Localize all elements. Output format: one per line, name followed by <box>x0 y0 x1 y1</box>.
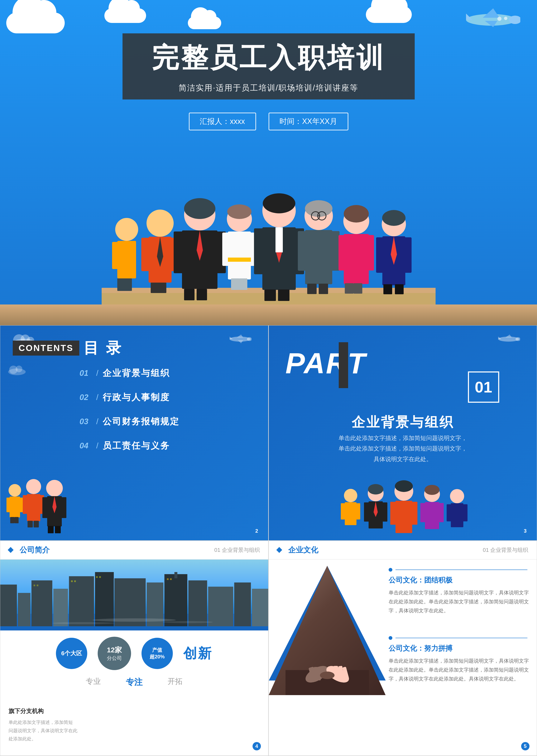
svg-rect-55 <box>331 231 340 271</box>
city-photo <box>0 559 268 630</box>
culture-item-1: 公司文化：团结积极 单击此处添加文字描述，添加简短问题说明文字，具体说明文字在此… <box>389 568 530 615</box>
chuangxin-label: 创新 <box>183 644 213 662</box>
contents-header: CONTENTS 目 录 <box>13 338 123 358</box>
part-subtitle: 企业背景与组织 <box>352 413 454 431</box>
svg-rect-25 <box>174 232 183 273</box>
stat-label-3: 超20% <box>150 653 165 660</box>
svg-rect-64 <box>353 283 362 294</box>
svg-rect-133 <box>0 585 17 626</box>
svg-rect-14 <box>124 279 132 291</box>
stat-num-1: 6个大区 <box>61 649 82 657</box>
svg-rect-53 <box>305 230 332 284</box>
svg-rect-28 <box>197 289 207 300</box>
svg-point-108 <box>344 489 357 502</box>
deco-plane <box>227 333 252 348</box>
cloud-1 <box>6 13 65 33</box>
content-item-2: 02 / 行政与人事制度 <box>79 392 256 403</box>
airplane-decoration <box>458 4 520 36</box>
page-num-5: 5 <box>524 743 526 749</box>
svg-rect-71 <box>395 284 404 294</box>
culture-desc-2: 单击此处添加文字描述，添加简短问题说明文字，具体说明文字在此处添加此处。单击此处… <box>389 656 530 683</box>
svg-rect-62 <box>368 235 374 271</box>
svg-rect-154 <box>170 578 172 580</box>
item-num-3: 03 <box>79 417 96 426</box>
svg-rect-46 <box>275 227 283 252</box>
bottom-labels: 专业 专注 开拓 <box>0 676 268 688</box>
svg-rect-69 <box>404 237 412 273</box>
svg-marker-83 <box>237 334 243 337</box>
cloud-4 <box>366 6 412 23</box>
svg-rect-152 <box>99 576 101 578</box>
slide-culture: 企业文化 01 企业背景与组织 <box>268 541 537 756</box>
culture-title-1: 公司文化：团结积极 <box>389 575 530 585</box>
svg-rect-56 <box>307 284 316 294</box>
svg-point-5 <box>497 17 502 21</box>
culture-item-2-header <box>389 636 530 640</box>
svg-point-156 <box>52 622 115 624</box>
time-badge: 时间：XX年XX月 <box>268 113 348 130</box>
item-label-4: 员工责任与义务 <box>103 440 170 451</box>
svg-rect-27 <box>184 289 194 300</box>
svg-rect-43 <box>265 289 276 301</box>
section-title-4: 公司简介 <box>20 545 50 555</box>
svg-rect-148 <box>37 585 38 586</box>
cloud-3 <box>188 17 221 29</box>
stat-2: 12家 分公司 <box>98 637 131 670</box>
svg-rect-115 <box>364 502 369 522</box>
svg-rect-17 <box>141 238 149 271</box>
title-box: 完整员工入职培训 简洁实用·适用于员工培训/职场培训/培训讲座等 <box>122 33 415 99</box>
svg-rect-32 <box>228 232 251 280</box>
slide5-header: 企业文化 01 企业背景与组织 <box>269 541 537 559</box>
svg-rect-36 <box>239 279 247 290</box>
svg-rect-99 <box>42 497 48 518</box>
svg-rect-101 <box>48 526 54 533</box>
stat-num-3: 产值 <box>152 647 162 653</box>
svg-rect-116 <box>382 502 387 522</box>
svg-rect-102 <box>55 526 61 533</box>
part-description: 单击此处添加文字描述，添加简短问题说明文字， 单击此处添加文字描述，添加简短问题… <box>314 433 491 465</box>
culture-image-area <box>269 559 386 695</box>
content-item-1: 01 / 企业背景与组织 <box>79 367 256 379</box>
svg-point-23 <box>184 198 215 219</box>
floor <box>0 305 537 325</box>
svg-rect-134 <box>18 593 30 626</box>
svg-marker-84 <box>238 340 243 343</box>
svg-point-119 <box>395 480 413 492</box>
svg-rect-89 <box>10 517 15 523</box>
svg-rect-145 <box>234 583 251 626</box>
breadcrumb-5: 01 企业背景与组织 <box>483 547 528 554</box>
svg-point-39 <box>263 193 295 213</box>
item-label-3: 公司财务报销规定 <box>103 416 180 427</box>
page-indicator-4: 4 <box>253 742 261 750</box>
svg-rect-122 <box>412 502 417 525</box>
svg-point-31 <box>227 205 252 219</box>
mulu-text: 目 录 <box>83 338 123 358</box>
airplane-svg <box>458 4 520 35</box>
stats-row: 6个大区 12家 分公司 产值 超20% 创新 <box>0 630 268 676</box>
svg-rect-136 <box>54 589 68 626</box>
svg-rect-137 <box>69 576 94 626</box>
culture-line-2 <box>395 638 527 638</box>
content-item-4: 04 / 员工责任与义务 <box>79 440 256 451</box>
svg-point-128 <box>450 489 464 503</box>
svg-point-15 <box>146 209 174 237</box>
svg-rect-135 <box>31 581 52 626</box>
svg-rect-60 <box>344 234 369 284</box>
keyword-3: 开拓 <box>168 676 183 688</box>
stat-1: 6个大区 <box>56 638 87 669</box>
svg-rect-63 <box>345 283 353 294</box>
item-num-1: 01 <box>79 369 96 378</box>
svg-rect-54 <box>298 231 306 271</box>
svg-rect-61 <box>339 235 345 271</box>
part-desc-2: 单击此处添加文字描述，添加简短问题说明文字， <box>314 443 491 454</box>
svg-point-85 <box>9 484 21 497</box>
svg-rect-131 <box>463 504 468 521</box>
svg-rect-93 <box>23 495 27 514</box>
item-num-2: 02 <box>79 393 96 402</box>
slide-company-intro: 公司简介 01 企业背景与组织 <box>0 541 268 756</box>
svg-rect-126 <box>420 503 425 522</box>
slash-1: / <box>96 369 99 378</box>
svg-rect-141 <box>164 574 187 626</box>
svg-point-167 <box>320 671 335 679</box>
reporter-badge: 汇报人：xxxx <box>189 113 256 130</box>
